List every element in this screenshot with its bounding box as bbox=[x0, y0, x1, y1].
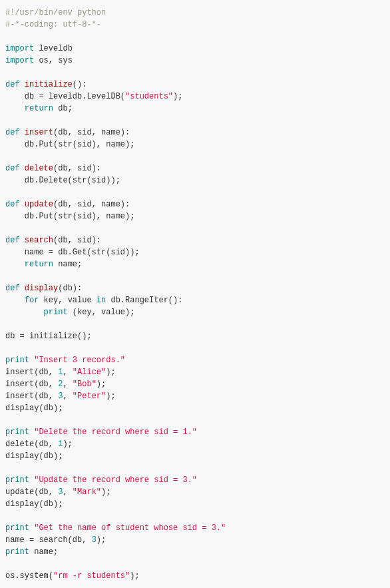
body: db.Delete(str(sid)); bbox=[5, 176, 120, 185]
close: ); bbox=[97, 380, 106, 389]
body: db.RangeIter(): bbox=[106, 296, 182, 305]
kw-def: def bbox=[5, 236, 20, 245]
call-display: display(db); bbox=[5, 404, 63, 413]
str-update3: "Update the record where sid = 3." bbox=[34, 475, 197, 485]
kw-print: print bbox=[5, 547, 29, 557]
body: db = leveldb.LevelDB( bbox=[5, 92, 125, 101]
fn-update: update bbox=[25, 200, 53, 209]
body: db.Put(str(sid), name); bbox=[5, 140, 134, 149]
call: insert(db, bbox=[5, 380, 58, 389]
indent bbox=[5, 104, 25, 113]
fn-delete: delete bbox=[25, 164, 53, 173]
close: ); bbox=[97, 535, 106, 545]
kw-import: import bbox=[5, 44, 34, 53]
call-display: display(db); bbox=[5, 499, 63, 509]
kw-def: def bbox=[5, 200, 20, 209]
body: name; bbox=[29, 547, 58, 557]
sp bbox=[20, 284, 25, 293]
str-alice: "Alice" bbox=[73, 368, 106, 377]
kw-print: print bbox=[5, 523, 29, 533]
call: update(db, bbox=[5, 487, 58, 497]
sig: (): bbox=[73, 80, 87, 89]
comma: , bbox=[63, 380, 72, 389]
close: ); bbox=[106, 368, 115, 377]
call-display: display(db); bbox=[5, 451, 63, 461]
call: insert(db, bbox=[5, 368, 58, 377]
sp bbox=[20, 80, 25, 89]
kw-print: print bbox=[5, 356, 29, 365]
body: ); bbox=[173, 92, 182, 101]
kw-print: print bbox=[5, 428, 29, 437]
shebang-comment: #!/usr/bin/env python bbox=[5, 8, 106, 17]
comma: , bbox=[63, 487, 72, 497]
fn-initialize: initialize bbox=[25, 80, 73, 89]
indent bbox=[5, 260, 25, 269]
sp bbox=[20, 164, 25, 173]
fn-display: display bbox=[25, 284, 58, 293]
kw-def: def bbox=[5, 80, 20, 89]
call: insert(db, bbox=[5, 392, 58, 401]
close: ); bbox=[101, 487, 110, 497]
str-getname: "Get the name of student whose sid = 3." bbox=[34, 523, 226, 533]
str-peter: "Peter" bbox=[73, 392, 106, 401]
close: ); bbox=[106, 392, 115, 401]
kw-for: for bbox=[25, 296, 39, 305]
sig: (db, sid): bbox=[53, 164, 101, 173]
kw-def: def bbox=[5, 128, 20, 137]
kw-return: return bbox=[25, 260, 53, 269]
body: name = db.Get(str(sid)); bbox=[5, 248, 140, 257]
kw-def: def bbox=[5, 164, 20, 173]
str-mark: "Mark" bbox=[73, 487, 101, 497]
str-bob: "Bob" bbox=[73, 380, 97, 389]
sp bbox=[20, 236, 25, 245]
num: 3 bbox=[92, 535, 97, 545]
code-block: #!/usr/bin/env python #-*-coding: utf-8-… bbox=[5, 7, 385, 582]
indent bbox=[5, 308, 44, 317]
sig: (db, sid, name): bbox=[53, 128, 130, 137]
comma: , bbox=[63, 368, 72, 377]
close: ); bbox=[130, 571, 139, 581]
sig: (db, sid): bbox=[53, 236, 101, 245]
kw-import: import bbox=[5, 56, 34, 65]
str-students: "students" bbox=[125, 92, 173, 101]
kw-def: def bbox=[5, 284, 20, 293]
coding-comment: #-*-coding: utf-8-*- bbox=[5, 20, 101, 29]
close: ); bbox=[63, 440, 72, 449]
sig: (db, sid, name): bbox=[53, 200, 130, 209]
str-delete1: "Delete the record where sid = 1." bbox=[34, 428, 197, 437]
body: db; bbox=[53, 104, 73, 113]
str-rm: "rm -r students" bbox=[53, 571, 130, 581]
str-insert3: "Insert 3 records." bbox=[34, 356, 125, 365]
call: os.system( bbox=[5, 571, 53, 581]
mod-os-sys: os, sys bbox=[34, 56, 73, 65]
body: (key, value); bbox=[68, 308, 135, 317]
main-assign: db = initialize(); bbox=[5, 332, 92, 341]
mod-leveldb: leveldb bbox=[34, 44, 73, 53]
body: key, value bbox=[39, 296, 96, 305]
sig: (db): bbox=[58, 284, 82, 293]
call: name = search(db, bbox=[5, 535, 92, 545]
body: name; bbox=[53, 260, 82, 269]
call: delete(db, bbox=[5, 440, 58, 449]
indent bbox=[5, 296, 25, 305]
comma: , bbox=[63, 392, 72, 401]
fn-insert: insert bbox=[25, 128, 53, 137]
kw-print: print bbox=[5, 475, 29, 485]
body: db.Put(str(sid), name); bbox=[5, 212, 134, 221]
fn-search: search bbox=[25, 236, 53, 245]
sp bbox=[20, 200, 25, 209]
kw-return: return bbox=[25, 104, 53, 113]
sp bbox=[20, 128, 25, 137]
kw-print: print bbox=[44, 308, 68, 317]
kw-in: in bbox=[97, 296, 106, 305]
